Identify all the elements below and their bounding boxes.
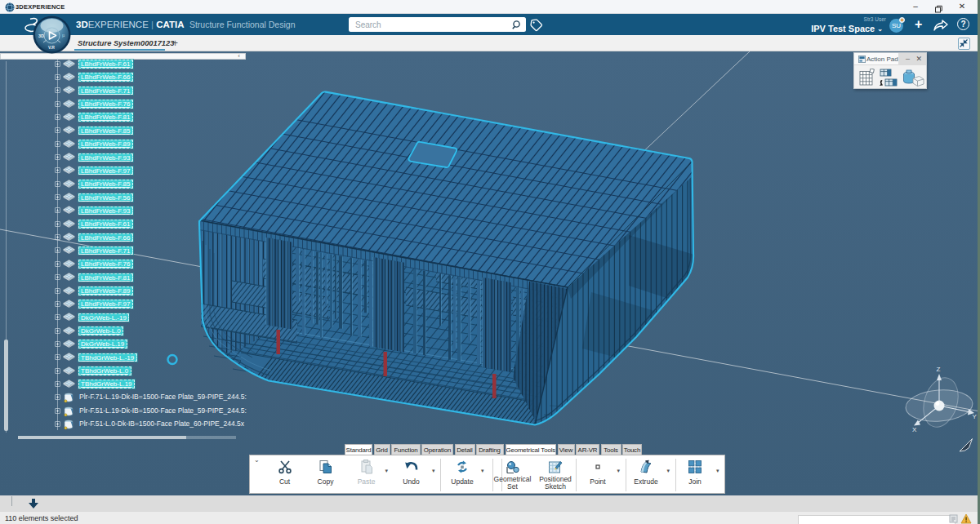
svg-text:X: X	[912, 426, 917, 433]
svg-text:3D: 3D	[38, 33, 44, 38]
svg-text:I²: I²	[62, 33, 65, 38]
svg-text:Y: Y	[973, 413, 978, 420]
svg-text:V.R: V.R	[48, 45, 55, 50]
svg-text:Z: Z	[937, 366, 941, 373]
